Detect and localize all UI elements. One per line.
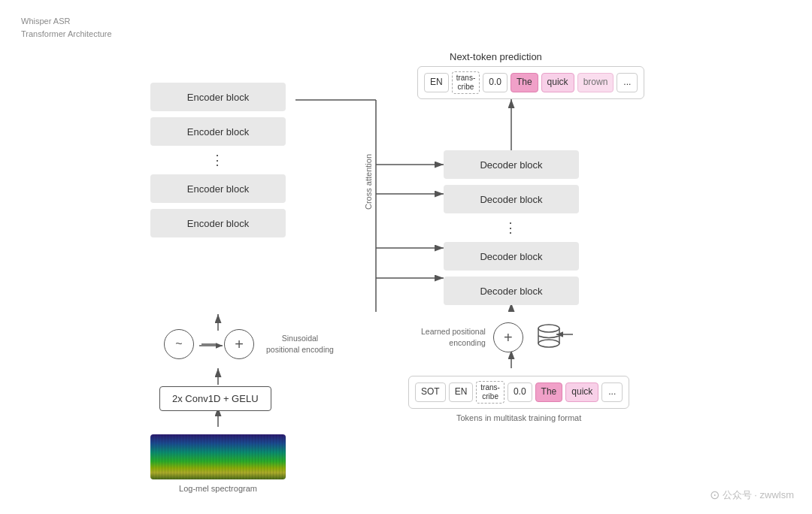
token-the-in: The <box>535 382 563 402</box>
learned-pos-section: Learned positionalenconding + <box>421 319 565 355</box>
token-the-out: The <box>511 73 538 92</box>
watermark: ⊙ 公众号 · zwwlsm <box>710 488 794 502</box>
token-transcribe-out: trans-cribe <box>452 71 480 94</box>
encoder-block-3: Encoder block <box>150 174 286 203</box>
token-quick-in: quick <box>565 382 598 402</box>
spectrogram-section: Log-mel spectrogram <box>150 434 286 493</box>
token-quick-out: quick <box>541 73 574 92</box>
token-ellipsis-out: ... <box>617 73 638 92</box>
token-ellipsis-in: ... <box>601 382 623 402</box>
sinusoidal-section: ~ + Sinusoidalpositional encoding <box>164 329 334 359</box>
decoder-block-2: Decoder block <box>444 185 579 213</box>
next-token-tokens: EN trans-cribe 0.0 The quick brown ... <box>417 66 644 99</box>
sinusoidal-label: Sinusoidalpositional encoding <box>266 333 334 355</box>
conv-box: 2x Conv1D + GELU <box>159 386 271 411</box>
spectrogram-label: Log-mel spectrogram <box>179 484 257 493</box>
encoder-dots: ⋮ <box>150 152 286 168</box>
decoder-block-4: Decoder block <box>444 277 579 305</box>
next-token-label: Next-token prediction <box>450 51 542 62</box>
encoder-block-2: Encoder block <box>150 117 286 146</box>
plus-circle-decoder: + <box>493 322 523 352</box>
wechat-icon: ⊙ <box>710 488 720 502</box>
learned-pos-label: Learned positionalenconding <box>421 326 486 348</box>
spectrogram-image <box>150 434 286 479</box>
token-en-out: EN <box>424 73 449 92</box>
decoder-blocks: Decoder block Decoder block ⋮ Decoder bl… <box>444 150 579 311</box>
plus-circle-encoder: + <box>224 329 254 359</box>
encoder-block-1: Encoder block <box>150 83 286 111</box>
token-en-in: EN <box>449 382 474 402</box>
svg-point-19 <box>538 340 559 347</box>
token-transcribe-in: trans-cribe <box>476 381 504 404</box>
encoder-blocks: Encoder block Encoder block ⋮ Encoder bl… <box>150 83 286 243</box>
decoder-block-3: Decoder block <box>444 242 579 271</box>
token-0-out: 0.0 <box>483 73 508 92</box>
input-tokens: SOT EN trans-cribe 0.0 The quick ... Tok… <box>408 376 629 422</box>
token-00-in: 0.0 <box>508 382 532 402</box>
decoder-block-1: Decoder block <box>444 150 579 179</box>
encoder-block-4: Encoder block <box>150 209 286 237</box>
app-title: Whisper ASR Transformer Architecture <box>21 15 112 40</box>
cross-attention-label: Cross attention <box>364 154 373 210</box>
svg-point-18 <box>538 325 559 332</box>
token-training-label: Tokens in multitask training format <box>408 413 629 422</box>
token-brown-out: brown <box>577 73 614 92</box>
database-icon <box>532 319 565 355</box>
token-sot: SOT <box>415 382 446 402</box>
wave-symbol: ~ <box>164 329 194 359</box>
decoder-dots: ⋮ <box>444 219 579 236</box>
